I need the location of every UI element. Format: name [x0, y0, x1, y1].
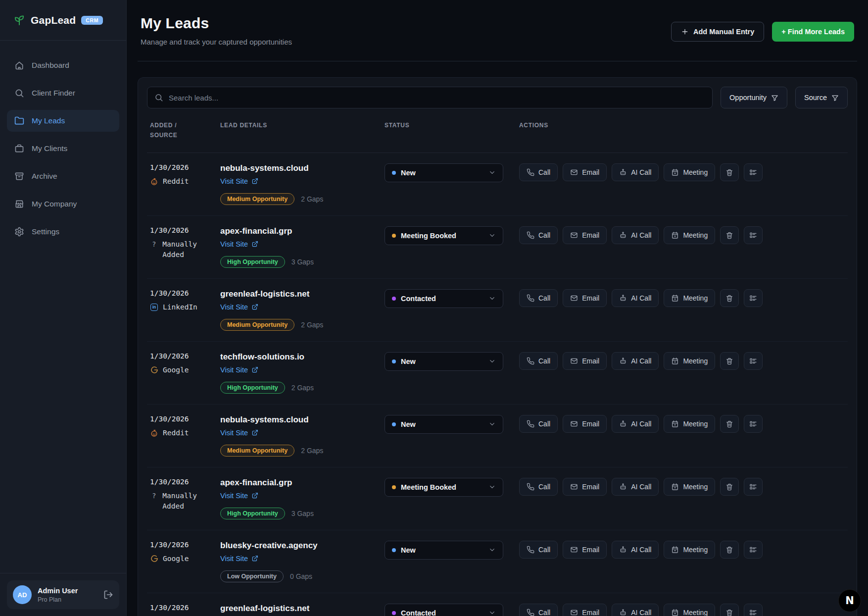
logout-button[interactable] — [103, 590, 113, 600]
details-button[interactable] — [744, 541, 763, 559]
delete-button[interactable] — [720, 226, 739, 244]
visit-site-link[interactable]: Visit Site — [220, 177, 258, 185]
sidebar-item-client-finder[interactable]: Client Finder — [7, 82, 119, 104]
mail-icon — [570, 231, 578, 239]
call-button[interactable]: Call — [519, 415, 558, 433]
sidebar-item-dashboard[interactable]: Dashboard — [7, 54, 119, 76]
call-label: Call — [538, 546, 550, 554]
folder-icon — [14, 116, 24, 126]
status-dropdown[interactable]: New — [385, 541, 503, 560]
visit-site-link[interactable]: Visit Site — [220, 555, 258, 563]
delete-button[interactable] — [720, 415, 739, 433]
email-button[interactable]: Email — [563, 541, 607, 559]
gaps-count: 3 Gaps — [291, 258, 314, 266]
meeting-button[interactable]: Meeting — [664, 541, 715, 559]
column-header-actions: ACTIONS — [519, 120, 845, 130]
visit-site-link[interactable]: Visit Site — [220, 492, 258, 500]
email-button[interactable]: Email — [563, 352, 607, 370]
ai-call-button[interactable]: AI Call — [612, 226, 659, 244]
call-button[interactable]: Call — [519, 226, 558, 244]
status-label: New — [401, 420, 416, 428]
meeting-label: Meeting — [683, 420, 708, 428]
details-button[interactable] — [744, 604, 763, 616]
status-dropdown[interactable]: New — [385, 352, 503, 371]
email-button[interactable]: Email — [563, 226, 607, 244]
meeting-button[interactable]: Meeting — [664, 415, 715, 433]
mail-icon — [570, 357, 578, 365]
find-more-leads-button[interactable]: + Find More Leads — [772, 22, 854, 42]
opportunity-badge: Medium Opportunity — [220, 319, 294, 331]
details-button[interactable] — [744, 478, 763, 496]
opportunity-badge: Low Opportunity — [220, 570, 284, 582]
visit-site-link[interactable]: Visit Site — [220, 366, 258, 374]
page-header: My Leads Manage and track your captured … — [138, 0, 857, 61]
lead-name: greenleaf-logistics.net — [220, 604, 385, 614]
details-button[interactable] — [744, 289, 763, 307]
status-dropdown[interactable]: New — [385, 163, 503, 182]
call-button[interactable]: Call — [519, 289, 558, 307]
status-dropdown[interactable]: Meeting Booked — [385, 226, 503, 245]
details-button[interactable] — [744, 352, 763, 370]
filter-button-source[interactable]: Source — [795, 87, 848, 108]
call-button[interactable]: Call — [519, 478, 558, 496]
home-icon — [14, 60, 24, 70]
details-button[interactable] — [744, 226, 763, 244]
details-button[interactable] — [744, 415, 763, 433]
delete-button[interactable] — [720, 478, 739, 496]
robot-icon — [619, 483, 627, 491]
delete-button[interactable] — [720, 604, 739, 616]
table-row: 1/30/2026 Reddit nebula-systems.cloud Vi… — [147, 405, 848, 467]
lead-source: LinkedIn — [163, 302, 197, 312]
status-label: Contacted — [401, 295, 436, 303]
ai-call-button[interactable]: AI Call — [612, 541, 659, 559]
trash-icon — [725, 357, 733, 365]
user-card[interactable]: AD Admin User Pro Plan — [7, 580, 119, 609]
filter-button-opportunity[interactable]: Opportunity — [721, 87, 787, 108]
status-dropdown[interactable]: Contacted — [385, 604, 503, 616]
delete-button[interactable] — [720, 352, 739, 370]
delete-button[interactable] — [720, 289, 739, 307]
lead-source: Manually Added — [162, 491, 220, 512]
ai-call-button[interactable]: AI Call — [612, 604, 659, 616]
email-button[interactable]: Email — [563, 478, 607, 496]
delete-button[interactable] — [720, 163, 739, 181]
meeting-button[interactable]: Meeting — [664, 163, 715, 181]
status-dropdown[interactable]: Meeting Booked — [385, 478, 503, 497]
phone-icon — [527, 483, 534, 491]
email-button[interactable]: Email — [563, 415, 607, 433]
ai-call-button[interactable]: AI Call — [612, 352, 659, 370]
call-button[interactable]: Call — [519, 541, 558, 559]
meeting-button[interactable]: Meeting — [664, 226, 715, 244]
email-button[interactable]: Email — [563, 604, 607, 616]
nextjs-dev-badge[interactable]: N — [838, 589, 861, 612]
sidebar-item-my-clients[interactable]: My Clients — [7, 138, 119, 159]
add-manual-entry-button[interactable]: Add Manual Entry — [671, 22, 764, 42]
meeting-label: Meeting — [683, 231, 708, 239]
meeting-button[interactable]: Meeting — [664, 289, 715, 307]
status-dropdown[interactable]: New — [385, 415, 503, 434]
sidebar-item-my-company[interactable]: My Company — [7, 193, 119, 215]
ai-call-button[interactable]: AI Call — [612, 289, 659, 307]
sidebar-item-archive[interactable]: Archive — [7, 165, 119, 187]
call-button[interactable]: Call — [519, 163, 558, 181]
meeting-button[interactable]: Meeting — [664, 604, 715, 616]
email-button[interactable]: Email — [563, 163, 607, 181]
status-dropdown[interactable]: Contacted — [385, 289, 503, 308]
call-button[interactable]: Call — [519, 352, 558, 370]
visit-site-link[interactable]: Visit Site — [220, 303, 258, 311]
ai-call-button[interactable]: AI Call — [612, 478, 659, 496]
delete-button[interactable] — [720, 541, 739, 559]
robot-icon — [619, 357, 627, 365]
meeting-button[interactable]: Meeting — [664, 478, 715, 496]
ai-call-button[interactable]: AI Call — [612, 415, 659, 433]
meeting-button[interactable]: Meeting — [664, 352, 715, 370]
visit-site-link[interactable]: Visit Site — [220, 429, 258, 437]
ai-call-button[interactable]: AI Call — [612, 163, 659, 181]
details-button[interactable] — [744, 163, 763, 181]
email-button[interactable]: Email — [563, 289, 607, 307]
sidebar-item-my-leads[interactable]: My Leads — [7, 110, 119, 132]
call-button[interactable]: Call — [519, 604, 558, 616]
visit-site-link[interactable]: Visit Site — [220, 240, 258, 248]
search-input[interactable] — [169, 94, 705, 102]
sidebar-item-settings[interactable]: Settings — [7, 221, 119, 243]
